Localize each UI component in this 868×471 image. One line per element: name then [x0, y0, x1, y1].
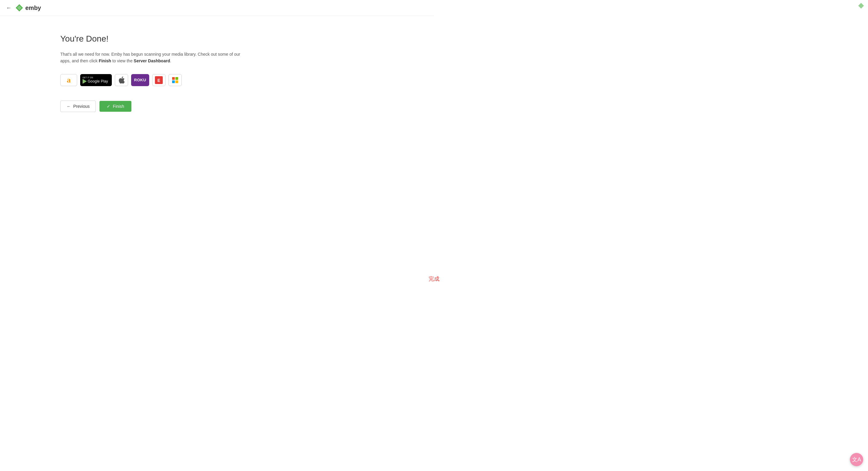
red-icon: E [155, 76, 163, 84]
svg-marker-2 [83, 79, 87, 84]
finish-inline: Finish [99, 59, 111, 63]
action-buttons: ← Previous ✓ Finish [60, 101, 241, 112]
finish-button[interactable]: ✓ Finish [99, 101, 131, 112]
finish-label: Finish [113, 104, 124, 109]
app-badges: a GET IT ON [60, 74, 241, 86]
gplay-bottom-row: Google Play [83, 79, 108, 84]
red-platform-badge[interactable]: E [152, 74, 165, 86]
previous-button[interactable]: ← Previous [60, 101, 96, 112]
description-text: That's all we need for now. Emby has beg… [60, 51, 241, 64]
main-content: You're Done! That's all we need for now.… [0, 16, 241, 130]
previous-label: Previous [73, 104, 90, 109]
svg-text:E: E [157, 78, 160, 83]
logo-link[interactable]: emby [15, 4, 41, 12]
logo-text: emby [25, 4, 41, 11]
back-button[interactable]: ← [6, 5, 11, 11]
back-arrow-icon: ← [6, 5, 11, 11]
gplay-top-text: GET IT ON [83, 76, 93, 78]
windows-badge[interactable] [168, 74, 182, 86]
apple-badge[interactable] [115, 74, 128, 86]
amazon-icon: a [67, 76, 71, 85]
roku-badge[interactable]: ROKU [131, 74, 149, 86]
google-play-badge[interactable]: GET IT ON [80, 74, 112, 86]
previous-arrow-icon: ← [67, 104, 71, 109]
windows-icon [172, 77, 178, 83]
finish-check-icon: ✓ [107, 104, 110, 109]
emby-logo-icon [15, 4, 24, 12]
description-part2: to view the [111, 59, 134, 63]
gplay-brand: Google Play [88, 79, 108, 83]
description-part3: . [170, 59, 171, 63]
apple-icon [118, 76, 125, 84]
dashboard-inline: Server Dashboard [134, 59, 170, 63]
header: ← emby [0, 0, 434, 16]
page-title: You're Done! [60, 34, 241, 44]
roku-icon: ROKU [134, 78, 146, 82]
play-triangle-icon [83, 79, 87, 84]
amazon-badge[interactable]: a [60, 74, 77, 86]
